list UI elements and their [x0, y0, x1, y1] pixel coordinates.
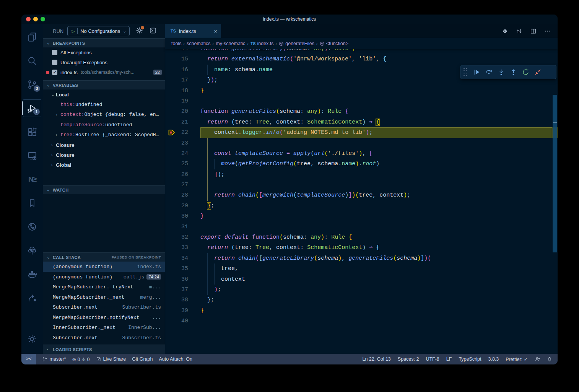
breadcrumb-item[interactable]: my-schematic	[216, 41, 245, 46]
gutter[interactable]: 33	[165, 242, 200, 253]
call-stack-frame[interactable]: MergeMapSubscriber._nextmerg...	[43, 292, 165, 303]
compare-changes-icon[interactable]	[516, 28, 522, 34]
code-line-32[interactable]: 32export default function(schema: any): …	[165, 232, 552, 242]
toolbar-drag-handle[interactable]	[464, 68, 467, 76]
code-line-39[interactable]: 39}	[165, 306, 552, 316]
gutter[interactable]: 38	[165, 295, 200, 305]
gutter[interactable]: 15	[165, 54, 200, 64]
variable-scope-row[interactable]: ⌄Local	[43, 89, 165, 99]
code-line-37[interactable]: 37 );	[165, 285, 552, 295]
watch-section-header[interactable]: ⌄ WATCH	[43, 185, 165, 194]
start-debug-icon[interactable]: ▷	[71, 28, 75, 34]
breadcrumb-item[interactable]: tools	[171, 41, 181, 46]
gutter[interactable]: 32	[165, 232, 200, 242]
code-line-20[interactable]: 20function generateFiles(schema: any): R…	[165, 106, 552, 117]
debug-settings-button[interactable]	[136, 27, 143, 35]
gutter[interactable]: 34	[165, 253, 200, 264]
status-git-branch[interactable]: master*	[42, 356, 66, 362]
gutter[interactable]: 37	[165, 285, 200, 295]
activity-gitlens-icon[interactable]	[23, 218, 41, 236]
close-tab-icon[interactable]: ×	[214, 28, 217, 34]
continue-button[interactable]	[470, 67, 483, 78]
split-editor-icon[interactable]	[530, 28, 537, 34]
gutter[interactable]: 24	[165, 148, 200, 159]
scrollbar-slider[interactable]	[553, 95, 557, 252]
zoom-window-button[interactable]	[41, 17, 45, 21]
variables-section-header[interactable]: ⌄ VARIABLES	[43, 80, 165, 89]
call-stack-frame[interactable]: Subscriber.nextSubscriber.ts	[43, 333, 165, 343]
gutter[interactable]: 35	[165, 264, 200, 274]
gutter[interactable]: 40	[165, 316, 200, 326]
launch-config-dropdown[interactable]: ▷ No Configurations ⌄	[67, 26, 130, 36]
code-line-36[interactable]: 36 context	[165, 274, 552, 285]
status-auto-attach[interactable]: Auto Attach: On	[159, 356, 192, 362]
breakpoint-checkbox[interactable]: ✓	[52, 70, 57, 75]
gutter[interactable]: 26	[165, 169, 200, 180]
gutter[interactable]: 30	[165, 211, 200, 221]
activity-run-debug-icon[interactable]: 1	[23, 99, 41, 117]
status-ts-version[interactable]: 3.8.3	[488, 356, 499, 362]
code-line-24[interactable]: 24 const templateSource = apply(url('./f…	[165, 148, 552, 159]
activity-extensions-icon[interactable]	[23, 123, 41, 141]
editor-scrollbar[interactable]	[552, 49, 558, 354]
step-out-button[interactable]	[507, 67, 519, 78]
code-line-40[interactable]: 40	[165, 316, 552, 326]
variable-row[interactable]: ›context: Object {debug: false, en…	[43, 110, 165, 120]
disconnect-button[interactable]	[532, 67, 544, 78]
more-actions-icon[interactable]	[544, 28, 551, 34]
step-into-button[interactable]	[495, 67, 507, 78]
status-encoding[interactable]: UTF-8	[426, 356, 439, 362]
status-notifications[interactable]	[547, 356, 552, 362]
minimize-window-button[interactable]	[33, 17, 38, 21]
gutter[interactable]: 19	[165, 96, 200, 106]
breakpoint-row[interactable]: All Exceptions	[43, 47, 165, 57]
gutter[interactable]: 16	[165, 65, 200, 75]
gutter[interactable]: 36	[165, 274, 200, 285]
code-line-35[interactable]: 35 tree,	[165, 264, 552, 274]
code-line-27[interactable]: 27	[165, 180, 552, 190]
call-stack-frame[interactable]: (anonymous function)call.js74:24	[43, 272, 165, 282]
code-line-15[interactable]: 15 return externalSchematic('@nrwl/works…	[165, 54, 552, 64]
breadcrumb-item[interactable]: <function>	[320, 41, 348, 46]
status-cursor-position[interactable]: Ln 22, Col 13	[362, 356, 390, 362]
code-line-25[interactable]: 25 move(getProjectConfig(tree, schema.na…	[165, 159, 552, 169]
gutter[interactable]: 27	[165, 180, 200, 190]
status-problems[interactable]: ⊗ 0 ⚠ 0	[72, 356, 89, 362]
status-indentation[interactable]: Spaces: 2	[398, 356, 419, 362]
step-over-button[interactable]	[483, 67, 495, 78]
call-stack-section-header[interactable]: ⌄ CALL STACK PAUSED ON BREAKPOINT	[43, 252, 165, 262]
call-stack-frame[interactable]: MergeMapSubscriber._tryNextm...	[43, 282, 165, 292]
call-stack-frame[interactable]: (anonymous function)index.ts	[43, 262, 165, 272]
gutter[interactable]: 21	[165, 117, 200, 127]
remote-indicator[interactable]: ><	[21, 354, 36, 364]
activity-source-control-icon[interactable]: 3	[23, 76, 41, 93]
breadcrumb-item[interactable]: TSindex.ts	[250, 41, 274, 46]
status-feedback[interactable]	[535, 356, 540, 362]
code-line-18[interactable]: 18}	[165, 86, 552, 96]
breakpoint-checkbox[interactable]	[52, 60, 57, 65]
code-line-19[interactable]: 19	[165, 96, 552, 106]
activity-test-explorer-icon[interactable]	[23, 242, 41, 259]
code-line-33[interactable]: 33 return (tree: Tree, context: Schemati…	[165, 242, 552, 253]
gutter[interactable]: 29	[165, 201, 200, 211]
gutter[interactable]: 25	[165, 159, 200, 169]
breakpoints-section-header[interactable]: ⌄ BREAKPOINTS	[43, 38, 165, 47]
close-window-button[interactable]	[26, 17, 31, 21]
code-line-23[interactable]: 23	[165, 138, 552, 148]
code-line-30[interactable]: 30}	[165, 211, 552, 221]
breakpoint-row[interactable]: ✓index.tstools/schematics/my-sch...22	[43, 67, 165, 77]
gutter[interactable]: 18	[165, 86, 200, 96]
activity-nx-console-icon[interactable]: N≥	[23, 171, 41, 188]
gutter[interactable]: 17	[165, 75, 200, 85]
status-prettier[interactable]: Prettier: ✓	[506, 356, 528, 362]
code-line-28[interactable]: 28 return chain([mergeWith(templateSourc…	[165, 190, 552, 200]
code-line-21[interactable]: 21 return (tree: Tree, context: Schemati…	[165, 117, 552, 127]
debug-alt-icon[interactable]	[502, 28, 508, 34]
activity-live-share-session-icon[interactable]	[23, 289, 41, 307]
variable-row[interactable]: ›tree: HostTree {_backend: ScopedH…	[43, 130, 165, 140]
code-line-38[interactable]: 38 };	[165, 295, 552, 305]
gutter[interactable]: 28	[165, 190, 200, 200]
variable-scope-row[interactable]: ›Global	[43, 160, 165, 170]
status-git-graph[interactable]: Git Graph	[132, 356, 153, 362]
code-line-34[interactable]: 34 return chain([generateLibrary(schema)…	[165, 253, 552, 264]
